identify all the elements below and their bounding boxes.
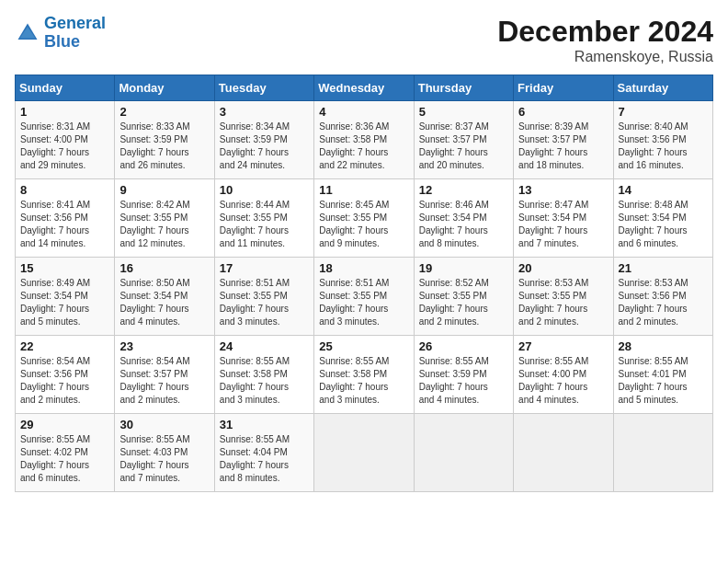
day-number: 9 xyxy=(119,183,209,197)
calendar-week-5: 29Sunrise: 8:55 AM Sunset: 4:02 PM Dayli… xyxy=(16,414,713,492)
day-info: Sunrise: 8:55 AM Sunset: 3:58 PM Dayligh… xyxy=(220,355,309,407)
calendar-cell: 1Sunrise: 8:31 AM Sunset: 4:00 PM Daylig… xyxy=(16,101,115,179)
day-number: 28 xyxy=(619,339,708,353)
calendar-cell: 21Sunrise: 8:53 AM Sunset: 3:56 PM Dayli… xyxy=(613,258,712,336)
day-number: 8 xyxy=(20,183,109,197)
calendar-cell: 31Sunrise: 8:55 AM Sunset: 4:04 PM Dayli… xyxy=(214,414,313,492)
day-info: Sunrise: 8:55 AM Sunset: 3:59 PM Dayligh… xyxy=(419,355,508,407)
calendar-cell: 26Sunrise: 8:55 AM Sunset: 3:59 PM Dayli… xyxy=(414,336,513,414)
weekday-header-thursday: Thursday xyxy=(414,75,513,101)
day-info: Sunrise: 8:54 AM Sunset: 3:57 PM Dayligh… xyxy=(119,355,209,407)
calendar-cell: 20Sunrise: 8:53 AM Sunset: 3:55 PM Dayli… xyxy=(514,258,613,336)
logo-blue: Blue xyxy=(44,32,80,51)
day-number: 6 xyxy=(518,105,608,119)
day-number: 4 xyxy=(319,105,408,119)
weekday-header-tuesday: Tuesday xyxy=(214,75,313,101)
day-info: Sunrise: 8:55 AM Sunset: 4:03 PM Dayligh… xyxy=(119,433,209,485)
calendar-cell: 16Sunrise: 8:50 AM Sunset: 3:54 PM Dayli… xyxy=(115,258,214,336)
day-number: 19 xyxy=(419,261,508,275)
day-number: 16 xyxy=(119,261,209,275)
logo-icon xyxy=(15,20,40,46)
day-number: 20 xyxy=(518,261,608,275)
day-info: Sunrise: 8:40 AM Sunset: 3:56 PM Dayligh… xyxy=(619,121,708,172)
day-number: 21 xyxy=(619,261,708,275)
day-number: 2 xyxy=(119,105,209,119)
calendar-cell: 10Sunrise: 8:44 AM Sunset: 3:55 PM Dayli… xyxy=(214,179,313,258)
day-info: Sunrise: 8:41 AM Sunset: 3:56 PM Dayligh… xyxy=(20,199,109,250)
weekday-header-friday: Friday xyxy=(514,75,613,101)
page-title: December 2024 xyxy=(497,15,713,49)
calendar-cell: 5Sunrise: 8:37 AM Sunset: 3:57 PM Daylig… xyxy=(414,101,513,179)
weekday-header-saturday: Saturday xyxy=(613,75,712,101)
logo: General Blue xyxy=(15,15,106,52)
calendar-cell: 6Sunrise: 8:39 AM Sunset: 3:57 PM Daylig… xyxy=(514,101,613,179)
day-number: 17 xyxy=(220,261,309,275)
day-number: 22 xyxy=(20,339,109,353)
day-info: Sunrise: 8:44 AM Sunset: 3:55 PM Dayligh… xyxy=(220,199,309,250)
day-number: 7 xyxy=(619,105,708,119)
day-number: 3 xyxy=(220,105,309,119)
calendar-table: SundayMondayTuesdayWednesdayThursdayFrid… xyxy=(15,75,713,492)
weekday-header-wednesday: Wednesday xyxy=(314,75,414,101)
day-info: Sunrise: 8:37 AM Sunset: 3:57 PM Dayligh… xyxy=(419,121,508,172)
calendar-cell: 27Sunrise: 8:55 AM Sunset: 4:00 PM Dayli… xyxy=(514,336,613,414)
day-info: Sunrise: 8:45 AM Sunset: 3:55 PM Dayligh… xyxy=(319,199,408,250)
day-info: Sunrise: 8:47 AM Sunset: 3:54 PM Dayligh… xyxy=(518,199,608,250)
title-block: December 2024 Ramenskoye, Russia xyxy=(497,15,713,65)
weekday-header-sunday: Sunday xyxy=(16,75,115,101)
day-info: Sunrise: 8:36 AM Sunset: 3:58 PM Dayligh… xyxy=(319,121,408,172)
day-number: 13 xyxy=(518,183,608,197)
calendar-week-3: 15Sunrise: 8:49 AM Sunset: 3:54 PM Dayli… xyxy=(16,258,713,336)
calendar-cell: 23Sunrise: 8:54 AM Sunset: 3:57 PM Dayli… xyxy=(115,336,214,414)
day-number: 18 xyxy=(319,261,408,275)
day-info: Sunrise: 8:53 AM Sunset: 3:55 PM Dayligh… xyxy=(518,277,608,328)
weekday-header-monday: Monday xyxy=(115,75,214,101)
calendar-cell: 28Sunrise: 8:55 AM Sunset: 4:01 PM Dayli… xyxy=(613,336,712,414)
day-number: 10 xyxy=(220,183,309,197)
calendar-cell: 30Sunrise: 8:55 AM Sunset: 4:03 PM Dayli… xyxy=(115,414,214,492)
day-info: Sunrise: 8:55 AM Sunset: 4:00 PM Dayligh… xyxy=(518,355,608,407)
day-info: Sunrise: 8:49 AM Sunset: 3:54 PM Dayligh… xyxy=(20,277,109,328)
day-info: Sunrise: 8:51 AM Sunset: 3:55 PM Dayligh… xyxy=(319,277,408,328)
day-info: Sunrise: 8:33 AM Sunset: 3:59 PM Dayligh… xyxy=(119,121,209,172)
day-number: 5 xyxy=(419,105,508,119)
calendar-header-row: SundayMondayTuesdayWednesdayThursdayFrid… xyxy=(16,75,713,101)
calendar-cell xyxy=(613,414,712,492)
calendar-week-2: 8Sunrise: 8:41 AM Sunset: 3:56 PM Daylig… xyxy=(16,179,713,258)
calendar-cell: 22Sunrise: 8:54 AM Sunset: 3:56 PM Dayli… xyxy=(16,336,115,414)
day-info: Sunrise: 8:48 AM Sunset: 3:54 PM Dayligh… xyxy=(619,199,708,250)
calendar-cell xyxy=(514,414,613,492)
calendar-week-1: 1Sunrise: 8:31 AM Sunset: 4:00 PM Daylig… xyxy=(16,101,713,179)
calendar-cell: 2Sunrise: 8:33 AM Sunset: 3:59 PM Daylig… xyxy=(115,101,214,179)
day-info: Sunrise: 8:55 AM Sunset: 3:58 PM Dayligh… xyxy=(319,355,408,407)
calendar-cell: 3Sunrise: 8:34 AM Sunset: 3:59 PM Daylig… xyxy=(214,101,313,179)
day-info: Sunrise: 8:55 AM Sunset: 4:04 PM Dayligh… xyxy=(220,433,309,485)
calendar-cell: 17Sunrise: 8:51 AM Sunset: 3:55 PM Dayli… xyxy=(214,258,313,336)
calendar-cell: 24Sunrise: 8:55 AM Sunset: 3:58 PM Dayli… xyxy=(214,336,313,414)
day-number: 29 xyxy=(20,418,109,431)
page-header: General Blue December 2024 Ramenskoye, R… xyxy=(15,15,713,65)
calendar-cell: 14Sunrise: 8:48 AM Sunset: 3:54 PM Dayli… xyxy=(613,179,712,258)
calendar-week-4: 22Sunrise: 8:54 AM Sunset: 3:56 PM Dayli… xyxy=(16,336,713,414)
day-number: 14 xyxy=(619,183,708,197)
calendar-cell: 11Sunrise: 8:45 AM Sunset: 3:55 PM Dayli… xyxy=(314,179,414,258)
page-subtitle: Ramenskoye, Russia xyxy=(497,49,713,65)
day-number: 11 xyxy=(319,183,408,197)
logo-general: General xyxy=(44,14,106,32)
day-info: Sunrise: 8:34 AM Sunset: 3:59 PM Dayligh… xyxy=(220,121,309,172)
day-number: 26 xyxy=(419,339,508,353)
day-number: 15 xyxy=(20,261,109,275)
day-info: Sunrise: 8:55 AM Sunset: 4:02 PM Dayligh… xyxy=(20,433,109,485)
calendar-cell: 19Sunrise: 8:52 AM Sunset: 3:55 PM Dayli… xyxy=(414,258,513,336)
calendar-cell: 18Sunrise: 8:51 AM Sunset: 3:55 PM Dayli… xyxy=(314,258,414,336)
day-info: Sunrise: 8:46 AM Sunset: 3:54 PM Dayligh… xyxy=(419,199,508,250)
calendar-cell: 13Sunrise: 8:47 AM Sunset: 3:54 PM Dayli… xyxy=(514,179,613,258)
day-info: Sunrise: 8:52 AM Sunset: 3:55 PM Dayligh… xyxy=(419,277,508,328)
day-number: 1 xyxy=(20,105,109,119)
day-info: Sunrise: 8:50 AM Sunset: 3:54 PM Dayligh… xyxy=(119,277,209,328)
day-number: 24 xyxy=(220,339,309,353)
calendar-cell: 25Sunrise: 8:55 AM Sunset: 3:58 PM Dayli… xyxy=(314,336,414,414)
day-info: Sunrise: 8:42 AM Sunset: 3:55 PM Dayligh… xyxy=(119,199,209,250)
calendar-cell: 7Sunrise: 8:40 AM Sunset: 3:56 PM Daylig… xyxy=(613,101,712,179)
calendar-cell: 15Sunrise: 8:49 AM Sunset: 3:54 PM Dayli… xyxy=(16,258,115,336)
